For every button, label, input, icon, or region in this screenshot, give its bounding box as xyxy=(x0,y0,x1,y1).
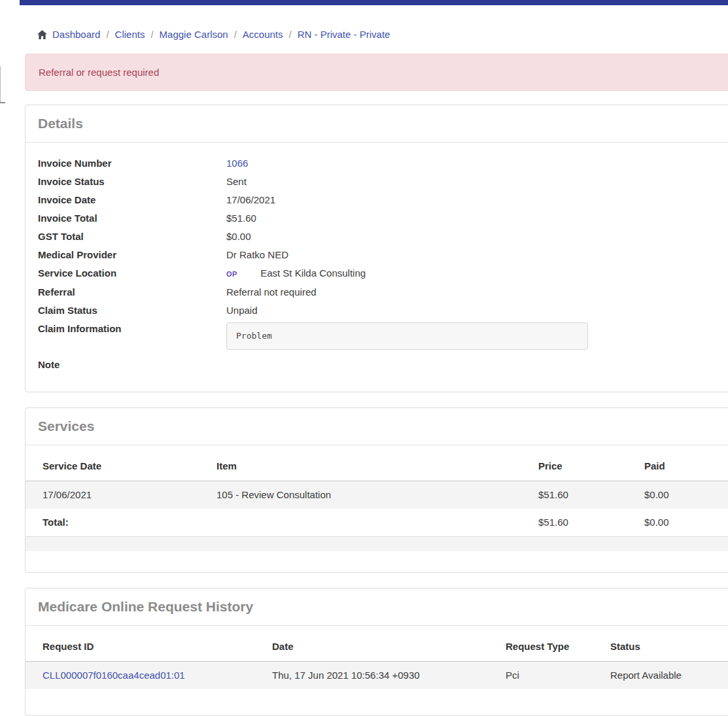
breadcrumb-separator: / xyxy=(234,29,237,40)
services-card: Services Service Date Item Price Paid 17… xyxy=(25,407,728,573)
request-status-cell: Report Available xyxy=(610,662,728,690)
breadcrumb-separator: / xyxy=(150,29,153,40)
detail-value: $0.00 xyxy=(226,230,251,243)
details-card-title: Details xyxy=(26,105,728,143)
breadcrumb-link-invoice[interactable]: RN - Private - Private xyxy=(298,29,390,40)
detail-label: Referral xyxy=(38,286,226,299)
services-footer-stripe xyxy=(26,537,728,551)
detail-value: $51.60 xyxy=(226,212,256,225)
medicare-request-history-card: Medicare Online Request History Request … xyxy=(25,588,728,716)
detail-value: Dr Ratko NED xyxy=(226,248,288,262)
service-price-cell: $51.60 xyxy=(538,481,644,509)
details-card: Details Invoice Number 1066 Invoice Stat… xyxy=(25,105,728,392)
top-navigation-bar xyxy=(20,0,728,5)
alert-referral-required: Referral or request required xyxy=(25,54,728,91)
request-type-cell: Pci xyxy=(506,662,610,690)
service-row: 17/06/2021 105 - Review Consultation $51… xyxy=(26,481,728,509)
column-header-date: Date xyxy=(272,626,506,662)
total-label: Total: xyxy=(26,509,217,537)
column-header-service-date: Service Date xyxy=(26,445,217,481)
detail-value: Unpaid xyxy=(226,304,258,317)
breadcrumb-separator: / xyxy=(289,29,292,40)
alert-message: Referral or request required xyxy=(39,67,159,78)
detail-label: Invoice Number xyxy=(38,157,226,170)
breadcrumb: Dashboard / Clients / Maggie Carlson / A… xyxy=(37,29,728,40)
breadcrumb-link-accounts[interactable]: Accounts xyxy=(243,29,283,40)
detail-label: Note xyxy=(38,358,226,371)
home-icon[interactable] xyxy=(37,30,47,39)
column-header-paid: Paid xyxy=(644,445,728,481)
service-item-cell: 105 - Review Consultation xyxy=(217,481,538,509)
medicare-header-row: Request ID Date Request Type Status xyxy=(26,626,728,662)
detail-label: Invoice Status xyxy=(38,175,226,188)
detail-value: Referral not required xyxy=(226,286,317,299)
column-header-item: Item xyxy=(217,445,538,481)
detail-label: GST Total xyxy=(38,230,226,243)
services-card-title: Services xyxy=(26,408,728,445)
detail-value: Sent xyxy=(226,175,247,188)
total-item-cell xyxy=(217,509,538,537)
detail-row-note: Note xyxy=(38,358,725,371)
detail-label: Service Location xyxy=(38,267,226,281)
detail-row-claim-status: Claim Status Unpaid xyxy=(38,304,725,317)
services-table: Service Date Item Price Paid 17/06/2021 … xyxy=(26,445,728,537)
detail-row-service-location: Service Location OP East St Kilda Consul… xyxy=(38,267,725,281)
column-header-request-id: Request ID xyxy=(26,626,272,662)
breadcrumb-link-dashboard[interactable]: Dashboard xyxy=(52,29,100,40)
service-paid-cell: $0.00 xyxy=(644,481,728,509)
detail-row-referral: Referral Referral not required xyxy=(38,286,725,299)
medicare-card-title: Medicare Online Request History xyxy=(26,588,728,626)
detail-row-gst-total: GST Total $0.00 xyxy=(38,230,725,243)
invoice-number-link[interactable]: 1066 xyxy=(226,158,248,169)
breadcrumb-link-clients[interactable]: Clients xyxy=(115,29,145,40)
column-header-request-type: Request Type xyxy=(506,626,610,662)
services-header-row: Service Date Item Price Paid xyxy=(26,445,728,481)
detail-label: Claim Status xyxy=(38,304,226,317)
detail-value: 17/06/2021 xyxy=(226,194,275,207)
request-date-cell: Thu, 17 Jun 2021 10:56:34 +0930 xyxy=(272,662,506,690)
detail-value: East St Kilda Consulting xyxy=(260,267,366,279)
detail-label: Invoice Date xyxy=(38,194,226,207)
detail-row-claim-information: Claim Information Problem xyxy=(38,322,725,350)
request-id-link[interactable]: CLL000007f0160caa4cead01:01 xyxy=(43,670,185,681)
medicare-table: Request ID Date Request Type Status CLL0… xyxy=(26,626,728,689)
service-date-cell: 17/06/2021 xyxy=(26,481,217,509)
column-header-status: Status xyxy=(610,626,728,662)
breadcrumb-separator: / xyxy=(106,29,109,40)
detail-row-invoice-total: Invoice Total $51.60 xyxy=(38,212,725,225)
services-total-row: Total: $51.60 $0.00 xyxy=(26,509,728,537)
detail-row-invoice-date: Invoice Date 17/06/2021 xyxy=(38,194,725,207)
total-paid-cell: $0.00 xyxy=(644,509,728,537)
detail-row-medical-provider: Medical Provider Dr Ratko NED xyxy=(38,248,725,262)
total-price-cell: $51.60 xyxy=(538,509,644,537)
medicare-request-row: CLL000007f0160caa4cead01:01 Thu, 17 Jun … xyxy=(26,662,728,690)
detail-label: Invoice Total xyxy=(38,212,226,225)
breadcrumb-link-client-name[interactable]: Maggie Carlson xyxy=(160,29,228,40)
claim-information-text: Problem xyxy=(236,331,272,341)
column-header-price: Price xyxy=(538,445,644,481)
detail-label: Medical Provider xyxy=(38,248,226,262)
sidebar-edge xyxy=(0,66,1,103)
detail-row-invoice-status: Invoice Status Sent xyxy=(38,175,725,188)
service-location-type-badge: OP xyxy=(226,267,258,281)
detail-row-invoice-number: Invoice Number 1066 xyxy=(38,157,725,170)
detail-label: Claim Information xyxy=(38,322,226,335)
claim-information-box: Problem xyxy=(226,322,588,350)
